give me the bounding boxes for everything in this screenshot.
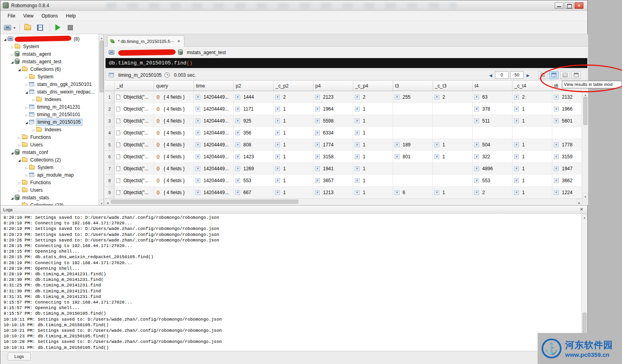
- grid-cell[interactable]: 1: [512, 139, 552, 151]
- grid-cell[interactable]: 6334: [313, 127, 353, 139]
- limit-input[interactable]: 50: [510, 71, 524, 79]
- view-text-mode-button[interactable]: [538, 71, 548, 79]
- grid-cell[interactable]: 1: [274, 127, 313, 139]
- column-header-id[interactable]: _id: [115, 81, 154, 91]
- grid-cell[interactable]: [433, 163, 473, 175]
- manage-connections-button[interactable]: [4, 22, 16, 33]
- grid-cell[interactable]: ObjectId("...: [115, 103, 154, 115]
- tree-item-mstats-agent[interactable]: mstats_agent: [0, 50, 98, 58]
- tree-item-functions[interactable]: Functions: [0, 133, 98, 141]
- grid-cell[interactable]: 2: [512, 91, 552, 103]
- scrollbar-thumb[interactable]: [100, 41, 104, 92]
- grid-cell[interactable]: 14204449...: [194, 187, 234, 199]
- grid-cell[interactable]: 1: [512, 103, 552, 115]
- grid-cell[interactable]: ObjectId("...: [115, 175, 154, 187]
- grid-cell[interactable]: [433, 103, 473, 115]
- grid-cell[interactable]: 4896: [473, 163, 512, 175]
- grid-cell[interactable]: 2: [433, 91, 473, 103]
- tree-item-timing-m-20150105[interactable]: timing_m_20150105: [0, 118, 98, 126]
- grid-cell[interactable]: 1778: [552, 139, 582, 151]
- collapsed-arrow-icon[interactable]: [17, 134, 22, 140]
- expanded-arrow-icon[interactable]: [17, 66, 22, 72]
- collapsed-arrow-icon[interactable]: [24, 82, 29, 87]
- row-number[interactable]: 8: [105, 175, 115, 187]
- column-header-c_p2[interactable]: _c_p2: [274, 81, 313, 91]
- grid-vscrollbar[interactable]: [582, 91, 588, 199]
- query-bar[interactable]: db.timing_m_20150105.find(): [106, 58, 587, 68]
- tree-item-indexes[interactable]: Indexes: [0, 95, 98, 103]
- grid-cell[interactable]: 1: [433, 151, 473, 163]
- menu-file[interactable]: File: [4, 12, 19, 20]
- grid-cell[interactable]: 63: [473, 91, 512, 103]
- scroll-up-icon[interactable]: [99, 34, 104, 40]
- grid-cell[interactable]: 14204449...: [194, 151, 234, 163]
- grid-cell[interactable]: 378: [473, 103, 512, 115]
- grid-cell[interactable]: [552, 127, 582, 139]
- tree-item-mstats-conf[interactable]: mstats_conf: [0, 148, 98, 156]
- view-table-mode-button[interactable]: [549, 71, 559, 79]
- expanded-arrow-icon[interactable]: [24, 89, 29, 95]
- grid-cell[interactable]: 553: [473, 175, 512, 187]
- grid-cell[interactable]: 1: [353, 187, 393, 199]
- grid-cell[interactable]: 808: [234, 139, 274, 151]
- grid-cell[interactable]: 667: [234, 187, 274, 199]
- grid-cell[interactable]: [393, 163, 433, 175]
- grid-cell[interactable]: 504: [473, 139, 512, 151]
- tree-item-collections-6[interactable]: Collections (6): [0, 65, 98, 73]
- collapsed-arrow-icon[interactable]: [24, 172, 29, 178]
- row-number[interactable]: 4: [105, 127, 115, 139]
- grid-cell[interactable]: 2: [473, 187, 512, 199]
- grid-cell[interactable]: 255: [393, 91, 433, 103]
- grid-cell[interactable]: [512, 127, 552, 139]
- grid-cell[interactable]: [473, 127, 512, 139]
- tree-item-functions[interactable]: Functions: [0, 179, 98, 186]
- grid-cell[interactable]: 14204449...: [194, 91, 234, 103]
- expanded-arrow-icon[interactable]: [17, 157, 22, 163]
- grid-cell[interactable]: { 4 fields }: [154, 103, 194, 115]
- grid-cell[interactable]: { 4 fields }: [154, 127, 194, 139]
- grid-cell[interactable]: [393, 115, 433, 127]
- grid-cell[interactable]: 801: [393, 151, 433, 163]
- grid-cell[interactable]: 5598: [313, 115, 353, 127]
- close-button[interactable]: [575, 2, 583, 9]
- grid-cell[interactable]: 1224: [552, 187, 582, 199]
- grid-cell[interactable]: 1171: [234, 103, 274, 115]
- tree-item-stats-dns-weixin-redpac[interactable]: stats_dns_weixin_redpac...: [0, 88, 98, 95]
- grid-cell[interactable]: 1: [433, 187, 473, 199]
- minimize-button[interactable]: [555, 2, 563, 9]
- grid-cell[interactable]: 14204449...: [194, 127, 234, 139]
- grid-cell[interactable]: 3657: [313, 175, 353, 187]
- grid-cell[interactable]: { 4 fields }: [154, 115, 194, 127]
- column-header-p4[interactable]: p4: [313, 81, 353, 91]
- grid-cell[interactable]: [433, 115, 473, 127]
- tree-item-stats-dns-ggk-20150101[interactable]: stats_dns_ggk_20150101: [0, 80, 98, 88]
- grid-cell[interactable]: 1: [274, 139, 313, 151]
- tree-item-system[interactable]: System: [0, 73, 98, 80]
- collapsed-arrow-icon[interactable]: [10, 44, 14, 49]
- grid-cell[interactable]: 1444: [234, 91, 274, 103]
- grid-cell[interactable]: 1: [274, 187, 313, 199]
- tree-item-api-module-map[interactable]: api_module_map: [0, 171, 98, 179]
- expanded-arrow-icon[interactable]: [24, 119, 29, 125]
- grid-cell[interactable]: 2: [274, 91, 313, 103]
- expanded-arrow-icon[interactable]: [10, 195, 14, 200]
- grid-cell[interactable]: 553: [234, 175, 274, 187]
- menu-view[interactable]: View: [19, 12, 37, 20]
- column-header-time[interactable]: time: [194, 81, 234, 91]
- collapsed-arrow-icon[interactable]: [17, 202, 22, 206]
- grid-cell[interactable]: 189: [393, 139, 433, 151]
- stop-button[interactable]: [66, 22, 76, 33]
- grid-cell[interactable]: 1: [353, 139, 393, 151]
- collapsed-arrow-icon[interactable]: [17, 142, 22, 148]
- grid-cell[interactable]: { 4 fields }: [154, 175, 194, 187]
- collapsed-arrow-icon[interactable]: [17, 187, 22, 193]
- tree-item-indexes[interactable]: Indexes: [0, 126, 98, 133]
- grid-cell[interactable]: [393, 175, 433, 187]
- tree-item-system[interactable]: System: [0, 43, 98, 50]
- grid-cell[interactable]: 6: [393, 187, 433, 199]
- collapsed-arrow-icon[interactable]: [31, 127, 36, 132]
- grid-cell[interactable]: 1941: [313, 163, 353, 175]
- scroll-right-icon[interactable]: [577, 199, 582, 204]
- row-number[interactable]: 7: [105, 163, 115, 175]
- view-tree-mode-button[interactable]: [560, 71, 570, 79]
